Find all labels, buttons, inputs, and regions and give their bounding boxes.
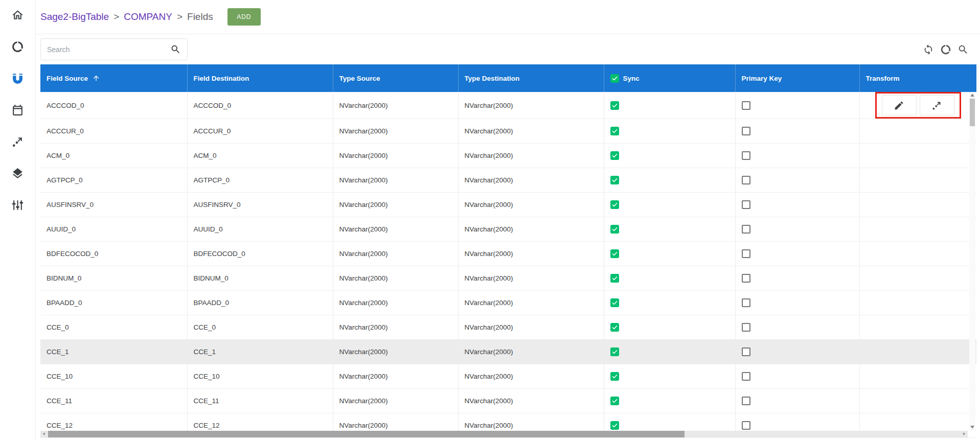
horizontal-scrollbar-thumb[interactable] — [48, 431, 685, 437]
sidebar-connections-button[interactable] — [11, 72, 25, 85]
column-header-field-destination[interactable]: Field Destination — [187, 64, 333, 92]
column-header-primary-key[interactable]: Primary Key — [735, 64, 859, 92]
primary-key-cell — [735, 168, 859, 193]
sync-checkbox[interactable] — [610, 225, 619, 234]
toolbar — [36, 34, 980, 64]
table-row[interactable]: ACCCOD_0ACCCOD_0NVarchar(2000)NVarchar(2… — [40, 92, 976, 119]
table-row[interactable]: AGTPCP_0AGTPCP_0NVarchar(2000)NVarchar(2… — [40, 168, 976, 193]
type-destination-cell: NVarchar(2000) — [458, 266, 604, 291]
table-row[interactable]: CCE_10CCE_10NVarchar(2000)NVarchar(2000) — [40, 364, 976, 389]
breadcrumb-page: Fields — [187, 11, 213, 22]
search-icon[interactable] — [170, 44, 181, 55]
sync-all-checkbox[interactable] — [610, 74, 619, 83]
primary-key-checkbox[interactable] — [742, 127, 750, 135]
sync-checkbox[interactable] — [610, 101, 619, 110]
primary-key-checkbox[interactable] — [742, 200, 750, 209]
breadcrumb-root-link[interactable]: Sage2-BigTable — [40, 11, 109, 22]
check-icon — [611, 250, 618, 257]
scroll-left-arrow-icon[interactable] — [42, 432, 45, 435]
sync-cell — [604, 315, 735, 340]
data-usage-button[interactable] — [940, 44, 951, 55]
sync-checkbox[interactable] — [610, 274, 619, 283]
primary-key-checkbox[interactable] — [742, 225, 750, 234]
field-destination-cell: ACCCUR_0 — [187, 119, 333, 144]
breadcrumb-separator: > — [177, 11, 183, 22]
sync-checkbox[interactable] — [610, 397, 619, 405]
primary-key-checkbox[interactable] — [742, 421, 750, 430]
primary-key-checkbox[interactable] — [742, 298, 750, 307]
column-header-field-source[interactable]: Field Source — [40, 64, 187, 92]
table-row[interactable]: ACM_0ACM_0NVarchar(2000)NVarchar(2000) — [40, 144, 976, 168]
table-row[interactable]: AUSFINSRV_0AUSFINSRV_0NVarchar(2000)NVar… — [40, 193, 976, 217]
field-destination-cell: CCE_10 — [187, 364, 333, 389]
transform-button[interactable] — [920, 95, 954, 115]
check-icon — [611, 128, 618, 134]
search-button[interactable] — [958, 44, 969, 55]
sync-checkbox[interactable] — [610, 298, 619, 307]
search-box — [40, 38, 188, 60]
main-area: Sage2-BigTable > COMPANY > Fields ADD — [36, 0, 980, 441]
add-button[interactable]: ADD — [227, 8, 261, 26]
type-destination-cell: NVarchar(2000) — [458, 291, 604, 315]
check-icon — [611, 152, 618, 159]
horizontal-scrollbar[interactable] — [40, 431, 968, 437]
table-row[interactable]: BIDNUM_0BIDNUM_0NVarchar(2000)NVarchar(2… — [40, 266, 976, 291]
table-row[interactable]: ACCCUR_0ACCCUR_0NVarchar(2000)NVarchar(2… — [40, 119, 976, 144]
column-label-transform: Transform — [866, 75, 900, 82]
sync-cell — [604, 364, 735, 389]
primary-key-checkbox[interactable] — [742, 151, 750, 160]
edit-button[interactable] — [882, 95, 917, 115]
check-icon — [611, 324, 618, 331]
sidebar-schedule-button[interactable] — [11, 103, 25, 117]
table-row[interactable]: CCE_11CCE_11NVarchar(2000)NVarchar(2000) — [40, 389, 976, 413]
sidebar-home-button[interactable] — [11, 8, 25, 21]
column-header-sync[interactable]: Sync — [604, 64, 735, 92]
column-header-type-source[interactable]: Type Source — [333, 64, 458, 92]
field-destination-cell: BIDNUM_0 — [187, 266, 333, 291]
scroll-right-arrow-icon[interactable] — [963, 432, 966, 435]
sidebar-layers-button[interactable] — [11, 167, 25, 180]
sidebar-transform-button[interactable] — [11, 135, 25, 148]
primary-key-checkbox[interactable] — [742, 347, 750, 356]
sync-checkbox[interactable] — [610, 372, 619, 381]
sync-checkbox[interactable] — [610, 200, 619, 209]
field-destination-cell: CCE_0 — [187, 315, 333, 340]
search-input[interactable] — [47, 45, 170, 54]
table-row[interactable]: CCE_1CCE_1NVarchar(2000)NVarchar(2000) — [40, 340, 976, 364]
primary-key-checkbox[interactable] — [742, 397, 750, 405]
breadcrumb-section-link[interactable]: COMPANY — [124, 11, 172, 22]
sync-checkbox[interactable] — [610, 151, 619, 160]
sync-cell — [604, 389, 735, 413]
primary-key-checkbox[interactable] — [742, 249, 750, 258]
sync-checkbox[interactable] — [610, 421, 619, 430]
sync-checkbox[interactable] — [610, 176, 619, 184]
vertical-scrollbar-thumb[interactable] — [970, 99, 975, 126]
field-destination-cell: ACM_0 — [187, 144, 333, 168]
type-destination-cell: NVarchar(2000) — [458, 364, 604, 389]
primary-key-checkbox[interactable] — [742, 176, 750, 184]
check-icon — [611, 373, 618, 380]
sync-checkbox[interactable] — [610, 127, 619, 135]
table-row[interactable]: CCE_0CCE_0NVarchar(2000)NVarchar(2000) — [40, 315, 976, 340]
refresh-button[interactable] — [923, 44, 934, 55]
primary-key-checkbox[interactable] — [742, 101, 750, 110]
column-header-type-destination[interactable]: Type Destination — [458, 64, 604, 92]
vertical-scrollbar[interactable] — [969, 92, 975, 430]
sync-checkbox[interactable] — [610, 249, 619, 258]
column-header-transform[interactable]: Transform — [859, 64, 976, 92]
sync-checkbox[interactable] — [610, 323, 619, 332]
primary-key-checkbox[interactable] — [742, 372, 750, 381]
sidebar-settings-button[interactable] — [11, 198, 25, 212]
sidebar-dashboard-button[interactable] — [11, 40, 25, 53]
magnet-icon — [11, 72, 24, 85]
sidebar — [0, 0, 36, 441]
table-row[interactable]: BDFECOCOD_0BDFECOCOD_0NVarchar(2000)NVar… — [40, 242, 976, 266]
scroll-down-arrow-icon[interactable] — [970, 426, 974, 429]
primary-key-checkbox[interactable] — [742, 274, 750, 283]
sync-cell — [604, 193, 735, 217]
table-row[interactable]: AUUID_0AUUID_0NVarchar(2000)NVarchar(200… — [40, 217, 976, 242]
scroll-up-arrow-icon[interactable] — [970, 94, 974, 97]
sync-checkbox[interactable] — [610, 347, 619, 356]
primary-key-checkbox[interactable] — [742, 323, 750, 332]
table-row[interactable]: BPAADD_0BPAADD_0NVarchar(2000)NVarchar(2… — [40, 291, 976, 315]
